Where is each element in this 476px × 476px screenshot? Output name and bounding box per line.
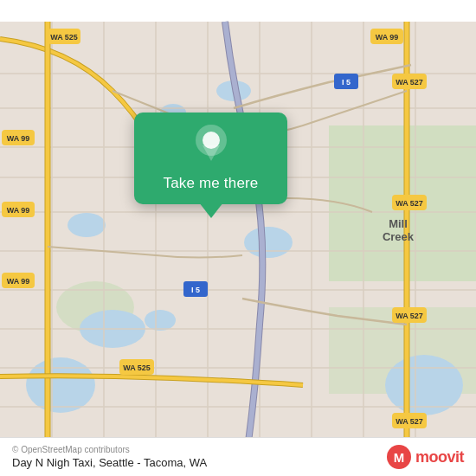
svg-text:Mill: Mill bbox=[389, 217, 408, 230]
take-me-there-button[interactable]: Take me there bbox=[164, 175, 259, 192]
svg-text:Creek: Creek bbox=[383, 230, 415, 243]
svg-point-4 bbox=[68, 213, 106, 237]
popup-card[interactable]: Take me there bbox=[134, 113, 287, 204]
svg-text:M: M bbox=[394, 450, 405, 465]
svg-point-7 bbox=[244, 227, 293, 258]
svg-text:WA 525: WA 525 bbox=[50, 33, 78, 42]
location-pin-icon bbox=[190, 125, 232, 166]
svg-point-6 bbox=[145, 310, 176, 331]
moovit-icon: M bbox=[387, 445, 411, 469]
svg-text:WA 527: WA 527 bbox=[396, 78, 423, 87]
svg-text:WA 99: WA 99 bbox=[7, 134, 30, 143]
location-label: Day N Nigh Taxi, Seattle - Tacoma, WA bbox=[12, 456, 207, 469]
bottom-left-info: © OpenStreetMap contributors Day N Nigh … bbox=[12, 445, 207, 469]
svg-text:WA 527: WA 527 bbox=[396, 199, 423, 208]
bottom-bar: © OpenStreetMap contributors Day N Nigh … bbox=[0, 437, 476, 476]
moovit-brand-name: moovit bbox=[415, 448, 464, 466]
svg-text:WA 527: WA 527 bbox=[396, 417, 423, 426]
moovit-logo[interactable]: M moovit bbox=[387, 445, 464, 469]
copyright-text: © OpenStreetMap contributors bbox=[12, 445, 207, 454]
svg-text:WA 99: WA 99 bbox=[376, 33, 399, 42]
svg-text:WA 99: WA 99 bbox=[7, 206, 30, 215]
svg-text:I 5: I 5 bbox=[191, 286, 200, 294]
svg-text:WA 525: WA 525 bbox=[123, 363, 151, 372]
svg-text:WA 99: WA 99 bbox=[7, 277, 30, 286]
svg-text:I 5: I 5 bbox=[342, 78, 351, 87]
map-container: WA 525 WA 99 WA 99 WA 99 WA 99 WA 527 WA… bbox=[0, 0, 476, 476]
svg-text:WA 527: WA 527 bbox=[396, 312, 423, 320]
svg-point-9 bbox=[26, 357, 95, 413]
